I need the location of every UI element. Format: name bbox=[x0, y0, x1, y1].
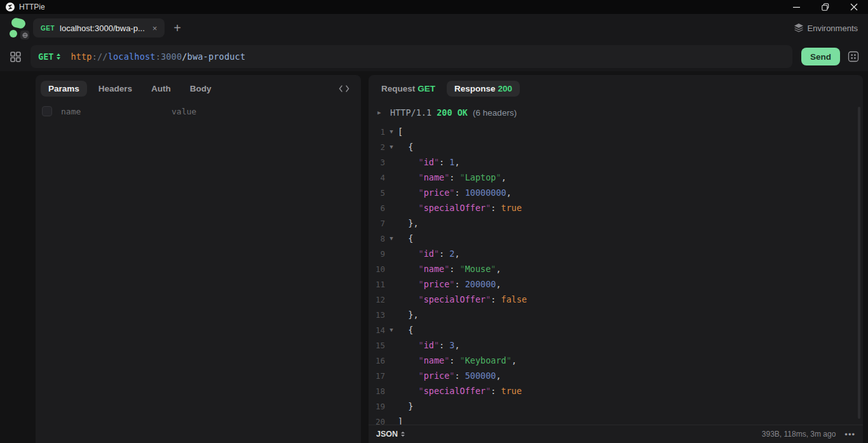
code-text: "id": 1, bbox=[398, 157, 460, 167]
code-line: 12 "specialOffer": false bbox=[369, 292, 863, 307]
code-text: "price": 500000, bbox=[398, 371, 501, 381]
fold-toggle-icon[interactable]: ▼ bbox=[385, 128, 398, 135]
titlebar: HTTPie bbox=[0, 0, 868, 14]
tab-request[interactable]: RequestGET bbox=[374, 81, 443, 97]
code-line: 19 } bbox=[369, 399, 863, 414]
tab-response[interactable]: Response200 bbox=[447, 81, 520, 97]
method-dropdown-icon bbox=[57, 53, 60, 60]
headers-fold-icon[interactable]: ▶ bbox=[377, 109, 384, 116]
param-enable-checkbox[interactable] bbox=[42, 106, 52, 116]
url-bar[interactable]: GET http://localhost:3000/bwa-product bbox=[31, 45, 792, 68]
response-body-viewer[interactable]: 1▼[2▼ {3 "id": 1,4 "name": "Laptop",5 "p… bbox=[369, 124, 863, 425]
fold-toggle-icon[interactable]: ▼ bbox=[385, 235, 398, 242]
window-controls bbox=[782, 0, 868, 14]
line-number: 8 bbox=[369, 234, 385, 243]
code-text: }, bbox=[398, 310, 419, 320]
url-token-scheme: http bbox=[71, 51, 92, 62]
line-number: 6 bbox=[369, 203, 385, 213]
line-number: 19 bbox=[369, 402, 385, 411]
line-number: 2 bbox=[369, 142, 385, 152]
more-options-button[interactable]: ••• bbox=[844, 430, 855, 439]
code-text: [ bbox=[398, 126, 403, 137]
fold-toggle-icon[interactable]: ▼ bbox=[385, 327, 398, 333]
layers-icon bbox=[794, 23, 804, 33]
code-line: 18 "specialOffer": true bbox=[369, 383, 863, 399]
code-line: 16 "name": "Keyboard", bbox=[369, 353, 863, 368]
fold-toggle-icon[interactable]: ▼ bbox=[385, 144, 398, 150]
line-number: 14 bbox=[369, 325, 385, 335]
code-line: 20] bbox=[369, 414, 863, 425]
send-button[interactable]: Send bbox=[801, 48, 840, 65]
response-tabs: RequestGET Response200 bbox=[369, 75, 863, 100]
line-number: 13 bbox=[369, 310, 385, 320]
new-tab-button[interactable]: + bbox=[173, 22, 181, 34]
code-text: "specialOffer": false bbox=[398, 294, 527, 304]
code-text: "specialOffer": true bbox=[398, 386, 522, 396]
response-meta: 393B, 118ms, 3m ago bbox=[762, 430, 836, 439]
tab-title: localhost:3000/bwa-p... bbox=[60, 24, 145, 33]
code-view-toggle-icon[interactable] bbox=[339, 85, 353, 93]
line-number: 18 bbox=[369, 386, 385, 396]
code-line: 11 "price": 200000, bbox=[369, 276, 863, 292]
param-value-input[interactable] bbox=[172, 107, 353, 116]
code-text: "price": 10000000, bbox=[398, 187, 512, 198]
main-area: Params Headers Auth Body RequestGET Resp… bbox=[0, 71, 868, 443]
code-line: 2▼ { bbox=[369, 139, 863, 154]
tab-body[interactable]: Body bbox=[182, 81, 219, 97]
code-text: "id": 3, bbox=[398, 340, 460, 350]
method-value: GET bbox=[38, 51, 53, 62]
format-select[interactable]: JSON bbox=[376, 430, 405, 439]
request-config-panel: Params Headers Auth Body bbox=[36, 75, 361, 443]
apps-grid-button[interactable] bbox=[0, 51, 31, 62]
code-line: 4 "name": "Laptop", bbox=[369, 170, 863, 185]
url-token-punct: :// bbox=[92, 51, 108, 62]
httpie-window-icon bbox=[6, 3, 15, 11]
code-line: 1▼[ bbox=[369, 124, 863, 139]
response-footer: JSON 393B, 118ms, 3m ago ••• bbox=[369, 425, 863, 443]
code-text: { bbox=[398, 325, 413, 335]
tab-close-icon[interactable]: × bbox=[153, 24, 158, 33]
code-line: 13 }, bbox=[369, 307, 863, 322]
param-row bbox=[36, 100, 361, 116]
line-number: 1 bbox=[369, 127, 385, 137]
environments-label: Environments bbox=[808, 24, 858, 33]
generate-code-icon[interactable] bbox=[848, 51, 859, 62]
url-input[interactable]: http://localhost:3000/bwa-product bbox=[71, 51, 245, 62]
environments-button[interactable]: Environments bbox=[794, 23, 858, 33]
line-number: 9 bbox=[369, 249, 385, 259]
code-line: 3 "id": 1, bbox=[369, 154, 863, 170]
grid-icon bbox=[10, 51, 21, 62]
code-text: "id": 2, bbox=[398, 249, 460, 259]
tab-headers[interactable]: Headers bbox=[91, 81, 140, 97]
code-line: 5 "price": 10000000, bbox=[369, 185, 863, 200]
url-token-punct: : bbox=[156, 51, 161, 62]
method-select[interactable]: GET bbox=[38, 51, 60, 62]
tab-bar: GET localhost:3000/bwa-p... × + Environm… bbox=[0, 14, 868, 42]
close-button[interactable] bbox=[839, 0, 868, 14]
code-line: 17 "price": 500000, bbox=[369, 368, 863, 383]
tab-response-badge: 200 bbox=[498, 84, 513, 93]
request-config-tabs: Params Headers Auth Body bbox=[36, 75, 361, 100]
tab-response-label: Response bbox=[454, 84, 496, 93]
workspace-badge-icon[interactable] bbox=[20, 31, 29, 39]
code-text: "name": "Mouse", bbox=[398, 264, 501, 274]
request-tab[interactable]: GET localhost:3000/bwa-p... × bbox=[33, 18, 165, 37]
status-code-label: 200 OK bbox=[437, 107, 468, 118]
code-line: 10 "name": "Mouse", bbox=[369, 261, 863, 276]
minimize-button[interactable] bbox=[782, 0, 811, 14]
code-line: 6 "specialOffer": true bbox=[369, 200, 863, 215]
line-number: 16 bbox=[369, 356, 385, 365]
format-value: JSON bbox=[376, 430, 398, 439]
left-rail: ? bbox=[0, 142, 31, 443]
restore-button[interactable] bbox=[811, 0, 839, 14]
tab-params[interactable]: Params bbox=[41, 81, 87, 97]
code-text: "name": "Laptop", bbox=[398, 172, 506, 182]
line-number: 20 bbox=[369, 417, 385, 425]
code-text: } bbox=[398, 401, 413, 411]
tab-auth[interactable]: Auth bbox=[144, 81, 179, 97]
tab-request-badge: GET bbox=[417, 84, 435, 93]
line-number: 17 bbox=[369, 371, 385, 381]
scrollbar-thumb[interactable] bbox=[858, 107, 860, 419]
param-name-input[interactable] bbox=[61, 107, 163, 116]
line-number: 15 bbox=[369, 341, 385, 350]
